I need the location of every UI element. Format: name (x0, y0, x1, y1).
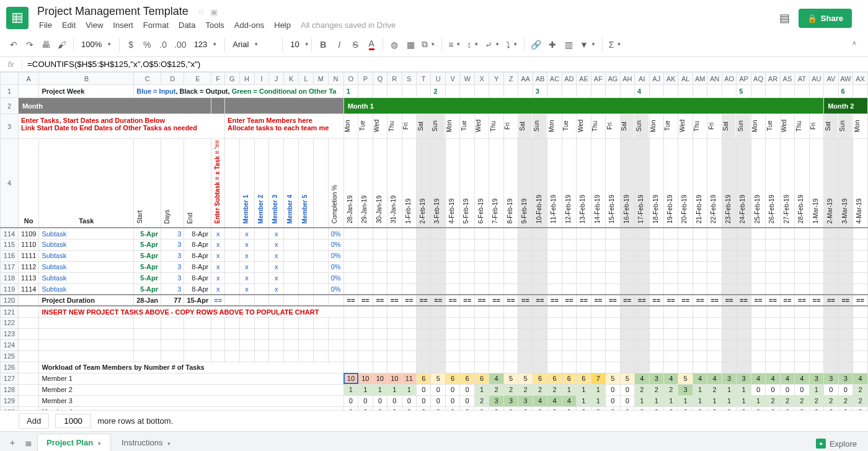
cell[interactable] (620, 339, 634, 351)
cell[interactable] (388, 362, 402, 373)
cell[interactable] (225, 339, 240, 351)
cell[interactable]: 5 (431, 373, 445, 384)
cell[interactable] (577, 351, 591, 362)
col-header[interactable]: O (343, 73, 358, 85)
cell[interactable] (751, 328, 765, 339)
cell[interactable]: 27-Feb-19 (780, 139, 794, 228)
cell[interactable] (284, 239, 299, 250)
cell[interactable] (766, 351, 780, 362)
cell[interactable]: == (562, 295, 576, 306)
cell[interactable] (795, 228, 809, 239)
cell[interactable]: 0 (417, 384, 431, 395)
cell[interactable] (766, 228, 780, 239)
cell[interactable]: x (269, 250, 284, 261)
cell[interactable] (388, 339, 402, 351)
cell[interactable]: 1113 (18, 272, 38, 284)
cell[interactable] (737, 228, 751, 239)
cell[interactable] (780, 351, 794, 362)
cell[interactable] (402, 351, 416, 362)
cell[interactable]: 1 (373, 384, 387, 395)
col-header[interactable]: AC (547, 73, 562, 85)
cell[interactable] (795, 284, 809, 295)
instructions-left[interactable]: Enter Tasks, Start Dates and Duration Be… (18, 114, 224, 139)
cell[interactable] (663, 239, 678, 250)
col-header[interactable]: AN (707, 73, 722, 85)
cell[interactable]: Subtask (39, 261, 134, 272)
cell[interactable] (518, 306, 533, 317)
cell[interactable]: 1-Feb-19 (402, 139, 416, 228)
cell[interactable]: 0 (358, 395, 373, 406)
cell[interactable]: 2 (649, 384, 663, 395)
cell[interactable]: x (239, 284, 254, 295)
cell[interactable] (373, 272, 387, 284)
cell[interactable] (693, 261, 707, 272)
cell[interactable] (184, 328, 211, 339)
cell[interactable]: 1112 (18, 261, 38, 272)
cell[interactable]: 5-Apr (134, 228, 161, 239)
cell[interactable] (663, 284, 678, 295)
cell[interactable]: 3 (161, 272, 184, 284)
cell[interactable]: 9-Feb-19 (518, 139, 533, 228)
cell[interactable] (722, 351, 736, 362)
cell[interactable] (591, 362, 605, 373)
cell[interactable] (417, 317, 431, 328)
cell[interactable]: 1 (474, 384, 489, 395)
cell[interactable] (751, 228, 765, 239)
cell[interactable] (620, 317, 634, 328)
cell[interactable]: 3 (489, 395, 503, 406)
cell[interactable] (503, 317, 518, 328)
menu-file[interactable]: File (35, 19, 56, 31)
cell[interactable]: 4 (533, 395, 547, 406)
cell[interactable] (737, 272, 751, 284)
cell[interactable] (649, 239, 663, 250)
cell[interactable]: Thu (693, 114, 707, 139)
cell[interactable] (722, 239, 736, 250)
cell[interactable] (606, 306, 620, 317)
cell[interactable]: 3 (533, 85, 547, 98)
cell[interactable]: 5-Apr (134, 272, 161, 284)
cell[interactable] (518, 272, 533, 284)
cell[interactable] (431, 272, 445, 284)
row-header[interactable]: 129 (1, 395, 19, 406)
cell[interactable] (503, 362, 518, 373)
cell[interactable]: 4 (635, 373, 649, 384)
cell[interactable]: == (809, 295, 823, 306)
cell[interactable] (518, 239, 533, 250)
cell[interactable] (795, 239, 809, 250)
cell[interactable] (474, 228, 489, 239)
row-header[interactable]: 114 (1, 228, 19, 239)
cell[interactable] (445, 228, 459, 239)
cell[interactable] (445, 362, 459, 373)
cell[interactable] (284, 261, 299, 272)
cell[interactable]: Thu (795, 114, 809, 139)
cell[interactable]: 10 (373, 373, 387, 384)
row-header[interactable]: 128 (1, 384, 19, 395)
cell[interactable]: Task (39, 139, 134, 228)
cell[interactable]: Thu (591, 114, 605, 139)
cell[interactable] (547, 284, 562, 295)
cell[interactable] (328, 328, 343, 339)
cell[interactable] (547, 85, 562, 98)
cell[interactable] (343, 239, 358, 250)
cell[interactable] (474, 250, 489, 261)
cell[interactable] (780, 239, 794, 250)
cell[interactable]: 8-Apr (184, 261, 211, 272)
cell[interactable] (358, 239, 373, 250)
cell[interactable] (313, 261, 328, 272)
cell[interactable]: x (239, 239, 254, 250)
cell[interactable] (547, 328, 562, 339)
cell[interactable]: 3 (503, 395, 518, 406)
cell[interactable] (853, 351, 868, 362)
cell[interactable]: == (591, 295, 605, 306)
cell[interactable]: 7-Feb-19 (489, 139, 503, 228)
cell[interactable]: 8-Feb-19 (503, 139, 518, 228)
cell[interactable] (373, 362, 387, 373)
cell[interactable] (18, 295, 38, 306)
cell[interactable]: x (269, 272, 284, 284)
cell[interactable]: Mon (547, 114, 562, 139)
cell[interactable] (678, 284, 693, 295)
cell[interactable] (503, 306, 518, 317)
cell[interactable] (225, 228, 240, 239)
cell[interactable] (620, 306, 634, 317)
cell[interactable] (853, 272, 868, 284)
